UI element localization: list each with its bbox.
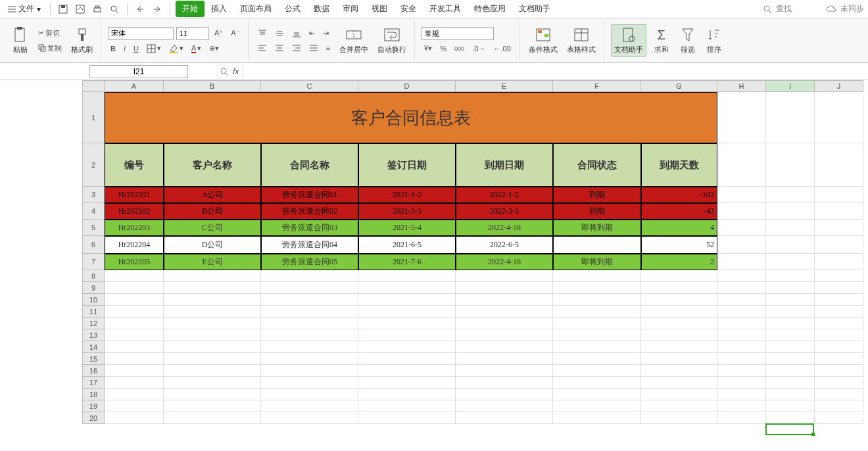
phonetic-button[interactable]: ⊕▾ xyxy=(206,43,222,54)
cell[interactable] xyxy=(164,353,261,365)
cell[interactable]: 2022-6-5 xyxy=(456,236,553,254)
cell[interactable]: B公司 xyxy=(164,203,261,220)
cell[interactable] xyxy=(766,143,815,187)
name-box-input[interactable] xyxy=(89,65,188,78)
ribbon-tab[interactable]: 页面布局 xyxy=(233,1,278,17)
cell[interactable] xyxy=(641,329,717,341)
cell[interactable] xyxy=(358,365,456,377)
cell[interactable]: 劳务派遣合同05 xyxy=(261,254,358,270)
cell[interactable] xyxy=(766,353,815,365)
increase-font-icon[interactable]: A⁺ xyxy=(212,28,226,39)
cell[interactable] xyxy=(717,306,766,318)
cell[interactable] xyxy=(815,187,863,203)
cell[interactable] xyxy=(105,400,164,412)
cell[interactable] xyxy=(815,353,863,365)
cell[interactable] xyxy=(553,236,641,254)
cell[interactable] xyxy=(164,341,261,353)
cell[interactable] xyxy=(717,270,766,282)
justify-icon[interactable] xyxy=(306,42,321,54)
font-color-button[interactable]: A▾ xyxy=(189,43,204,55)
save-icon[interactable] xyxy=(56,2,70,16)
cell[interactable] xyxy=(815,220,863,236)
cut-button[interactable]: ✂剪切 xyxy=(36,27,64,39)
cell[interactable] xyxy=(456,306,553,318)
cell[interactable]: 2021-7-6 xyxy=(358,254,456,270)
cell[interactable] xyxy=(105,412,164,424)
cell[interactable] xyxy=(717,329,766,341)
cell[interactable] xyxy=(358,400,456,412)
table-style-button[interactable]: 表格样式 xyxy=(564,25,598,56)
file-menu-button[interactable]: 文件 ▾ xyxy=(4,2,45,16)
cell[interactable] xyxy=(766,318,815,329)
cell[interactable] xyxy=(815,236,863,254)
cell[interactable] xyxy=(766,341,815,353)
cell[interactable] xyxy=(261,365,358,377)
cell[interactable]: 劳务派遣合同04 xyxy=(261,236,358,254)
cell[interactable] xyxy=(815,341,863,353)
cell[interactable] xyxy=(553,353,641,365)
cell[interactable]: 2021-3-3 xyxy=(358,203,456,220)
cell[interactable] xyxy=(766,92,815,143)
cell[interactable] xyxy=(717,318,766,329)
ribbon-tab[interactable]: 数据 xyxy=(307,1,336,17)
underline-button[interactable]: U xyxy=(131,43,141,54)
fx-icon[interactable]: fx xyxy=(233,67,239,76)
spreadsheet-grid[interactable]: ABCDEFGHIJ 12345678910111213141516171819… xyxy=(82,80,868,451)
cell[interactable] xyxy=(358,282,456,294)
italic-button[interactable]: I xyxy=(121,43,128,54)
column-header[interactable]: I xyxy=(766,80,815,92)
redo-icon[interactable] xyxy=(150,2,164,16)
ribbon-tab[interactable]: 视图 xyxy=(365,1,394,17)
cell[interactable] xyxy=(815,400,863,412)
cell[interactable] xyxy=(641,318,717,329)
cell[interactable] xyxy=(766,377,815,389)
cell[interactable] xyxy=(164,365,261,377)
cell[interactable] xyxy=(641,400,717,412)
paste-button[interactable]: 粘贴 xyxy=(9,25,32,56)
cell[interactable] xyxy=(261,353,358,365)
cell[interactable] xyxy=(766,236,815,254)
decrease-decimal-icon[interactable]: ←.00 xyxy=(491,43,513,54)
cell[interactable] xyxy=(261,318,358,329)
row-header[interactable]: 7 xyxy=(82,254,105,270)
cell[interactable] xyxy=(105,318,164,329)
cell[interactable] xyxy=(105,365,164,377)
cell[interactable] xyxy=(717,400,766,412)
search-label[interactable]: 查找 xyxy=(776,3,792,14)
cell[interactable] xyxy=(456,341,553,353)
cell[interactable] xyxy=(261,389,358,400)
currency-icon[interactable]: ¥▾ xyxy=(422,43,435,54)
cell[interactable] xyxy=(358,341,456,353)
cell[interactable] xyxy=(164,294,261,306)
cell[interactable] xyxy=(717,389,766,400)
row-header[interactable]: 2 xyxy=(82,143,105,187)
row-header[interactable]: 6 xyxy=(82,236,105,254)
cell[interactable] xyxy=(641,341,717,353)
column-header[interactable]: J xyxy=(815,80,863,92)
row-header[interactable]: 16 xyxy=(82,365,105,377)
cell[interactable]: 合同状态 xyxy=(553,143,641,187)
cell[interactable] xyxy=(766,282,815,294)
cell[interactable]: 到期 xyxy=(553,203,641,220)
cell[interactable] xyxy=(766,306,815,318)
cell[interactable] xyxy=(815,318,863,329)
ribbon-tab[interactable]: 文档助手 xyxy=(512,1,557,17)
cell[interactable]: 4 xyxy=(641,220,717,236)
cell[interactable] xyxy=(641,282,717,294)
row-header[interactable]: 10 xyxy=(82,294,105,306)
cell[interactable] xyxy=(358,389,456,400)
row-header[interactable]: 15 xyxy=(82,353,105,365)
cell[interactable] xyxy=(717,341,766,353)
cell[interactable] xyxy=(105,306,164,318)
cell[interactable]: A公司 xyxy=(164,187,261,203)
cell[interactable] xyxy=(105,389,164,400)
increase-decimal-icon[interactable]: .0→ xyxy=(470,43,488,54)
cell[interactable] xyxy=(164,329,261,341)
cell[interactable] xyxy=(553,377,641,389)
cell[interactable] xyxy=(456,365,553,377)
cell[interactable]: 2021-6-5 xyxy=(358,236,456,254)
row-header[interactable]: 1 xyxy=(82,92,105,143)
row-header[interactable]: 18 xyxy=(82,389,105,400)
cell[interactable] xyxy=(261,400,358,412)
cell[interactable] xyxy=(164,318,261,329)
